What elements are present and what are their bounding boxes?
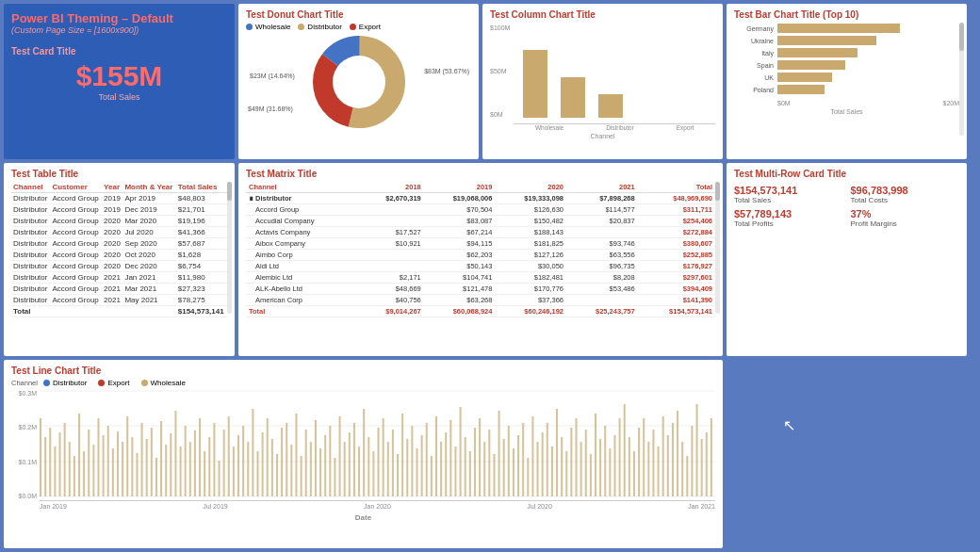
matrix-cell: $182,481 (495, 272, 566, 284)
svg-rect-16 (83, 451, 85, 496)
legend-dot-wholesale (246, 24, 253, 30)
line-y-axis: $0.3M $0.2M $0.1M $0.0M (11, 390, 40, 512)
matrix-cell: $62,203 (424, 250, 496, 261)
svg-rect-84 (411, 426, 413, 496)
matrix-cell: $48,669 (359, 284, 424, 295)
table-cell: Distributor (11, 216, 50, 227)
svg-rect-137 (667, 435, 669, 496)
svg-rect-129 (629, 437, 630, 496)
svg-rect-67 (329, 426, 331, 496)
matrix-cell: $150,482 (495, 216, 566, 227)
svg-rect-37 (185, 426, 187, 496)
svg-rect-111 (542, 432, 544, 496)
matrix-cell: $19,068,006 (424, 193, 496, 204)
svg-rect-30 (151, 428, 153, 496)
bar-fill-poland (777, 85, 825, 94)
test-card-title: Test Card Title (11, 46, 227, 57)
svg-rect-78 (383, 418, 384, 496)
scrollbar-track[interactable] (959, 23, 964, 136)
matrix-cell (359, 204, 424, 216)
table-cell: $48,803 (176, 193, 227, 204)
matrix-total-2020: $60,246,192 (495, 306, 566, 317)
matrix-cell: $67,214 (424, 227, 496, 238)
metric-label-total-costs: Total Costs (851, 196, 960, 204)
svg-rect-46 (228, 416, 230, 496)
svg-rect-35 (174, 411, 176, 496)
metric-label-total-sales: Total Sales (734, 196, 843, 204)
bar-country-germany: Germany (734, 25, 774, 32)
svg-rect-127 (619, 418, 621, 496)
matrix-cell: $252,885 (638, 250, 715, 261)
table-row: DistributorAccord Group2020Sep 2020$57,6… (11, 238, 227, 250)
svg-rect-122 (595, 414, 596, 496)
svg-rect-22 (112, 448, 114, 496)
svg-rect-69 (339, 416, 341, 496)
svg-rect-47 (233, 446, 235, 496)
mth-2019: 2019 (424, 182, 496, 193)
matrix-container: Channel 2018 2019 2020 2021 Total ∎ Dist… (246, 182, 715, 317)
svg-rect-59 (290, 445, 292, 496)
svg-rect-74 (363, 409, 365, 496)
matrix-data-row: Alembic Ltd$2,171$104,741$182,481$8,208$… (246, 272, 715, 284)
th-month-year: Month & Year (122, 182, 175, 193)
matrix-cell: $254,406 (638, 216, 715, 227)
donut-chart-title: Test Donut Chart Title (246, 9, 471, 20)
matrix-scrollbar-track[interactable] (715, 182, 720, 314)
svg-rect-102 (498, 411, 500, 496)
svg-rect-45 (223, 430, 225, 496)
bar-row-spain: Spain (734, 60, 959, 70)
y-tick-00m: $0.0M (19, 493, 37, 499)
segment-label-tan: $83M (53.67%) (424, 68, 469, 74)
bar-group-export (598, 94, 623, 118)
table-scrollbar-track[interactable] (227, 182, 232, 314)
test-card-value: $155M (11, 60, 227, 92)
svg-rect-66 (324, 435, 326, 496)
table-cell: Accord Group (50, 204, 102, 216)
svg-rect-49 (242, 426, 244, 496)
svg-rect-112 (547, 423, 548, 496)
matrix-cell: $30,050 (495, 261, 566, 272)
table-cell: Distributor (11, 227, 50, 238)
bar-x-ticks: $0M $20M (777, 100, 959, 106)
svg-rect-27 (136, 453, 138, 496)
matrix-scrollbar-thumb[interactable] (715, 182, 720, 201)
svg-rect-31 (155, 458, 157, 496)
segment-label-blue: $23M (14.64%) (250, 73, 295, 79)
x-tick-jan2020: Jan 2020 (364, 503, 391, 510)
svg-rect-89 (435, 416, 437, 496)
svg-rect-63 (310, 442, 312, 496)
svg-rect-48 (237, 435, 239, 496)
bar-rows: Germany Ukraine Italy Spain UK (734, 24, 959, 97)
segment-label-red: $49M (31.68%) (248, 106, 293, 112)
x-axis-labels: Wholesale Distributor Export (514, 123, 715, 131)
table-cell: Mar 2021 (122, 284, 175, 295)
svg-rect-96 (469, 451, 471, 496)
donut-svg (307, 30, 411, 134)
x-label-export: Export (677, 124, 694, 131)
matrix-row-name: Aibox Company (246, 238, 359, 250)
table-cell: Oct 2020 (122, 250, 175, 261)
table-cell: Accord Group (50, 284, 102, 295)
svg-rect-117 (570, 428, 572, 496)
matrix-total-2019: $60,068,924 (424, 306, 496, 317)
matrix-cell: $37,366 (495, 295, 566, 306)
line-x-tick-labels: Jan 2019 Jul 2019 Jan 2020 Jul 2020 Jan … (40, 503, 715, 510)
table-cell: $6,754 (176, 261, 227, 272)
svg-rect-76 (372, 451, 374, 496)
svg-rect-100 (488, 430, 490, 496)
table-title: Test Table Title (11, 169, 227, 179)
svg-rect-24 (122, 442, 123, 496)
table-scrollbar-thumb[interactable] (227, 182, 232, 201)
legend-label-distributor-line: Distributor (53, 379, 87, 387)
svg-rect-104 (508, 426, 510, 496)
mth-channel: Channel (246, 182, 359, 193)
scrollbar-thumb[interactable] (959, 23, 964, 51)
svg-rect-15 (78, 414, 80, 496)
line-legend: Channel Distributor Export Wholesale (11, 379, 715, 387)
matrix-cell: $40,756 (359, 295, 424, 306)
matrix-cell: $17,527 (359, 227, 424, 238)
multirow-card: Test Multi-Row Card Title $154,573,141 T… (727, 163, 967, 356)
matrix-cell: $63,268 (424, 295, 496, 306)
svg-rect-85 (416, 448, 417, 496)
svg-rect-21 (107, 426, 109, 496)
